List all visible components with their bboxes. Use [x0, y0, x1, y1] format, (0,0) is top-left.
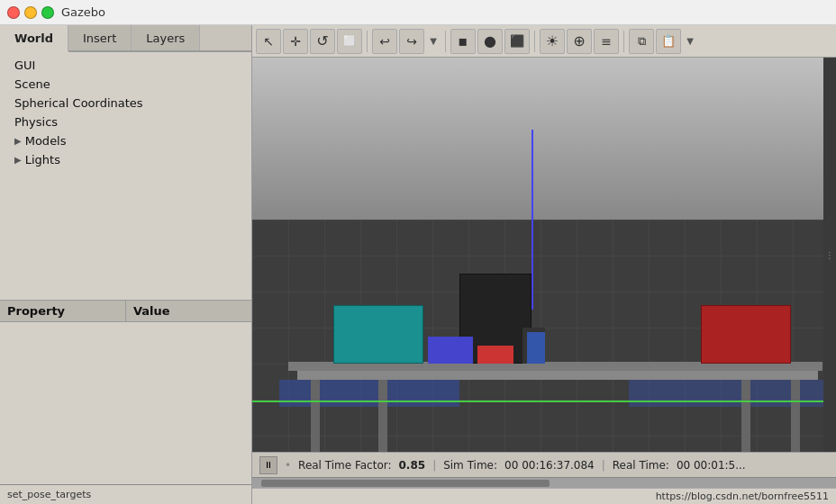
window-controls	[7, 6, 54, 19]
rotate-tool-button[interactable]: ↺	[310, 29, 335, 54]
undo-dropdown-icon[interactable]: ▼	[426, 29, 441, 54]
translate-tool-button[interactable]: ✛	[283, 29, 308, 54]
title-bar: Gazebo	[0, 0, 836, 25]
tree-item-scene[interactable]: Scene	[0, 75, 251, 94]
tree-item-spherical[interactable]: Spherical Coordinates	[0, 94, 251, 112]
sky-area	[252, 58, 836, 220]
blue-cylinder[interactable]	[527, 332, 545, 364]
cylinder-shape-button[interactable]: ⬛	[504, 29, 530, 54]
toolbar-sep-1	[367, 31, 368, 52]
copy-button[interactable]: ⧉	[629, 29, 654, 54]
tab-world[interactable]: World	[0, 25, 68, 52]
small-red-box[interactable]	[477, 346, 513, 364]
toolbar-sep-2	[445, 31, 446, 52]
models-arrow-icon: ▶	[14, 136, 22, 146]
gui-label: GUI	[14, 58, 35, 72]
lights-arrow-icon: ▶	[14, 155, 22, 165]
toolbar-sep-3	[534, 31, 535, 52]
sidebar-bottom-status: set_pose_targets	[0, 484, 251, 504]
tree-item-models[interactable]: ▶ Models	[0, 131, 251, 150]
table-leg-3	[741, 371, 750, 452]
value-col-header: Value	[126, 301, 251, 321]
teal-box[interactable]	[333, 305, 423, 364]
redo-button[interactable]: ↪	[399, 29, 424, 54]
viewport-statusbar: ⏸ • Real Time Factor: 0.85 | Sim Time: 0…	[252, 452, 836, 477]
property-col-header: Property	[0, 301, 126, 321]
table-leg-1	[311, 371, 320, 452]
property-content	[0, 322, 251, 484]
pause-button[interactable]: ⏸	[259, 456, 277, 474]
tree-item-gui[interactable]: GUI	[0, 56, 251, 75]
3d-viewport[interactable]: ⋮	[252, 58, 836, 452]
scene-label: Scene	[14, 77, 50, 91]
real-time-value: 00 00:01:5...	[677, 459, 746, 472]
lights-label: Lights	[25, 153, 60, 166]
scale-tool-button[interactable]: ⬜	[337, 29, 362, 54]
red-box[interactable]	[701, 305, 791, 364]
close-button[interactable]	[7, 6, 20, 19]
url-text: https://blog.csdn.net/bornfree5511	[656, 490, 829, 502]
sim-time-label: Sim Time:	[443, 459, 497, 472]
table-leg-4	[791, 371, 800, 452]
undo-button[interactable]: ↩	[372, 29, 397, 54]
point-light-button[interactable]: ☀	[540, 29, 565, 54]
sim-time-value: 00 00:16:37.084	[504, 459, 595, 472]
sphere-shape-button[interactable]: ●	[477, 29, 503, 54]
property-table: Property Value	[0, 300, 251, 484]
sidebar: World Insert Layers GUI Scene Spherical …	[0, 25, 252, 504]
platform-left	[279, 380, 459, 407]
spot-light-button[interactable]: ⊕	[567, 29, 592, 54]
toolbar-end-dropdown-icon[interactable]: ▼	[683, 29, 697, 54]
realtime-factor-value: 0.85	[399, 459, 426, 472]
realtime-factor-label: Real Time Factor:	[298, 459, 391, 472]
url-bar: https://blog.csdn.net/bornfree5511	[252, 488, 836, 504]
dir-light-button[interactable]: ≡	[594, 29, 619, 54]
physics-label: Physics	[14, 115, 58, 129]
green-line	[252, 400, 836, 402]
status-dot: •	[285, 459, 291, 472]
maximize-button[interactable]	[41, 6, 54, 19]
scrollbar-thumb[interactable]	[261, 480, 550, 487]
tab-bar: World Insert Layers	[0, 25, 251, 52]
box-shape-button[interactable]: ▪	[450, 29, 476, 54]
select-tool-button[interactable]: ↖	[256, 29, 281, 54]
spherical-label: Spherical Coordinates	[14, 96, 143, 110]
pause-icon: ⏸	[264, 460, 273, 470]
tree-item-physics[interactable]: Physics	[0, 112, 251, 131]
toolbar-sep-4	[623, 31, 624, 52]
small-blue-box[interactable]	[428, 337, 473, 364]
window-title: Gazebo	[61, 5, 105, 19]
tree-section: GUI Scene Spherical Coordinates Physics …	[0, 52, 251, 300]
viewport-resize-handle[interactable]: ⋮	[823, 58, 836, 452]
property-header: Property Value	[0, 301, 251, 322]
toolbar: ↖ ✛ ↺ ⬜ ↩ ↪ ▼ ▪ ● ⬛ ☀ ⊕ ≡ ⧉ 📋	[252, 25, 836, 58]
horizontal-scrollbar[interactable]	[252, 477, 836, 488]
minimize-button[interactable]	[24, 6, 37, 19]
main-layout: World Insert Layers GUI Scene Spherical …	[0, 25, 836, 504]
viewport-area: ↖ ✛ ↺ ⬜ ↩ ↪ ▼ ▪ ● ⬛ ☀ ⊕ ≡ ⧉ 📋	[252, 25, 836, 504]
bottom-status-text: set_pose_targets	[7, 489, 91, 500]
tree-item-lights[interactable]: ▶ Lights	[0, 150, 251, 169]
models-label: Models	[25, 134, 67, 148]
paste-button[interactable]: 📋	[656, 29, 681, 54]
tab-insert[interactable]: Insert	[68, 25, 132, 50]
table-leg-2	[378, 371, 387, 452]
status-sep-2: |	[602, 459, 605, 472]
tab-layers[interactable]: Layers	[132, 25, 200, 50]
status-sep-1: |	[432, 459, 436, 472]
real-time-label: Real Time:	[613, 459, 669, 472]
axis-line	[532, 130, 533, 310]
